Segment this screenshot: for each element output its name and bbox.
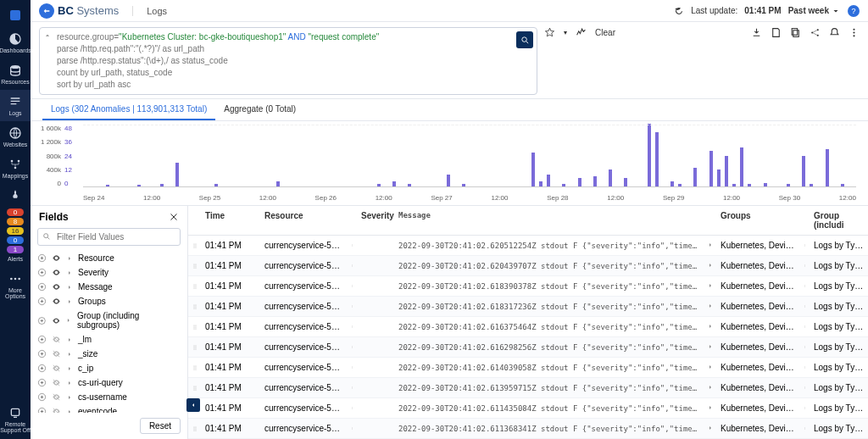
field-item[interactable]: Resource — [31, 251, 187, 265]
save-icon[interactable] — [771, 27, 782, 38]
row-menu-icon[interactable] — [798, 281, 810, 291]
table-row[interactable]: 01:41 PMcurrencyservice-576f4...2022-09-… — [188, 337, 868, 358]
row-menu-icon[interactable] — [798, 424, 810, 433]
row-menu-icon[interactable] — [346, 342, 358, 352]
copy-icon[interactable] — [790, 27, 801, 38]
row-menu-icon[interactable] — [798, 322, 810, 331]
nav-logs[interactable]: Logs — [0, 90, 31, 121]
chart-bar[interactable] — [740, 147, 743, 186]
chart-bar[interactable] — [137, 185, 141, 186]
drag-handle-icon[interactable] — [188, 300, 202, 314]
expand-row-icon[interactable] — [704, 258, 717, 274]
badge-info[interactable]: 0 — [7, 236, 24, 244]
drag-handle-icon[interactable] — [188, 341, 202, 354]
field-item[interactable]: c_ip — [31, 361, 187, 375]
field-filter-input[interactable] — [37, 228, 181, 246]
row-menu-icon[interactable] — [798, 241, 810, 250]
chart-bar[interactable] — [655, 132, 659, 186]
chart-bar[interactable] — [160, 184, 164, 186]
chart-bar[interactable] — [841, 184, 844, 186]
chart-bar[interactable] — [593, 176, 597, 186]
breadcrumb[interactable]: Logs — [132, 6, 167, 16]
row-menu-icon[interactable] — [346, 281, 358, 291]
th-message[interactable]: Message — [395, 206, 704, 235]
drag-handle-icon[interactable] — [188, 381, 202, 395]
chart-bar[interactable] — [802, 156, 805, 186]
reset-button[interactable]: Reset — [140, 418, 181, 434]
th-groups[interactable]: Groups — [717, 206, 798, 235]
field-item[interactable]: _size — [31, 347, 187, 361]
expand-row-icon[interactable] — [704, 319, 717, 335]
chart-bar[interactable] — [578, 178, 581, 186]
row-menu-icon[interactable] — [798, 342, 810, 352]
table-row[interactable]: 01:41 PMcurrencyservice-576f4...2022-09-… — [188, 256, 868, 276]
chart-bar[interactable] — [787, 184, 790, 186]
row-menu-icon[interactable] — [346, 363, 358, 372]
chart-bar[interactable] — [648, 124, 651, 186]
chart-bar[interactable] — [717, 169, 721, 186]
expand-row-icon[interactable] — [704, 237, 717, 253]
run-query-button[interactable] — [516, 31, 533, 48]
anomaly-icon[interactable] — [576, 27, 587, 38]
expand-row-icon[interactable] — [704, 278, 717, 294]
chart-bar[interactable] — [764, 183, 767, 186]
chart-bar[interactable] — [709, 151, 713, 186]
chart-bar[interactable] — [392, 181, 396, 186]
field-item[interactable]: Group (including subgroups) — [31, 308, 187, 332]
expand-row-icon[interactable] — [704, 298, 717, 314]
expand-row-icon[interactable] — [704, 400, 717, 416]
table-row[interactable]: 01:41 PMcurrencyservice-576f4...2022-09-… — [188, 317, 868, 337]
badge-critical[interactable]: 0 — [7, 208, 24, 216]
chart-bar[interactable] — [531, 153, 535, 186]
clear-button[interactable]: Clear — [595, 28, 615, 37]
badge-warn[interactable]: 16 — [7, 227, 24, 235]
share-icon[interactable] — [810, 27, 821, 38]
chart-bar[interactable] — [276, 181, 280, 186]
nav-websites[interactable]: Websites — [0, 121, 31, 153]
chart-bar[interactable] — [547, 175, 550, 186]
expand-row-icon[interactable] — [704, 359, 717, 375]
drag-handle-icon[interactable] — [188, 320, 202, 334]
chart-bar[interactable] — [810, 184, 813, 186]
brand[interactable]: BC Systems — [39, 3, 119, 19]
drag-handle-icon[interactable] — [188, 280, 202, 293]
chart-bar[interactable] — [106, 185, 109, 186]
table-row[interactable]: 01:41 PMcurrencyservice-576f4...2022-09-… — [188, 378, 868, 398]
th-resource[interactable]: Resource — [261, 206, 346, 235]
chart-bar[interactable] — [447, 175, 450, 186]
refresh-icon[interactable] — [674, 6, 684, 16]
chart-bar[interactable] — [175, 163, 179, 186]
chart-bar[interactable] — [678, 184, 682, 186]
expand-row-icon[interactable] — [704, 420, 717, 436]
drag-handle-icon[interactable] — [188, 422, 202, 436]
row-menu-icon[interactable] — [346, 302, 358, 311]
chart-bar[interactable] — [624, 178, 627, 186]
row-menu-icon[interactable] — [346, 322, 358, 331]
nav-dashboards[interactable]: Dashboards — [0, 27, 31, 58]
table-row[interactable]: 01:41 PMcurrencyservice-576f4...2022-09-… — [188, 398, 868, 419]
chart-bar[interactable] — [693, 168, 697, 186]
drag-handle-icon[interactable] — [188, 259, 202, 273]
table-row[interactable]: 01:41 PMcurrencyservice-576f4...2022-09-… — [188, 236, 868, 256]
th-time[interactable]: Time — [202, 206, 261, 235]
table-row[interactable]: 01:41 PMcurrencyservice-576f4...2022-09-… — [188, 358, 868, 378]
row-menu-icon[interactable] — [346, 261, 358, 270]
chart-bar[interactable] — [377, 184, 381, 186]
expand-row-icon[interactable] — [704, 380, 717, 396]
collapse-query-icon[interactable] — [43, 31, 52, 40]
field-item[interactable]: eventcode — [31, 404, 187, 413]
chart-bar[interactable] — [725, 156, 728, 186]
help-icon[interactable]: ? — [848, 5, 860, 17]
field-item[interactable]: cs-username — [31, 390, 187, 404]
row-menu-icon[interactable] — [346, 241, 358, 250]
collapse-fields-handle[interactable] — [186, 398, 200, 412]
menu-kebab-icon[interactable] — [849, 27, 860, 38]
row-menu-icon[interactable] — [798, 403, 810, 413]
chart-bar[interactable] — [670, 181, 674, 186]
time-range-selector[interactable]: Past week — [788, 6, 841, 16]
query-input[interactable]: resource.group="Kubernetes Cluster: bc-g… — [39, 27, 537, 95]
field-item[interactable]: cs-uri-query — [31, 375, 187, 390]
chart-bar[interactable] — [732, 184, 736, 186]
table-row[interactable]: 01:41 PMcurrencyservice-576f4...2022-09-… — [188, 419, 868, 439]
star-icon[interactable] — [544, 27, 555, 38]
